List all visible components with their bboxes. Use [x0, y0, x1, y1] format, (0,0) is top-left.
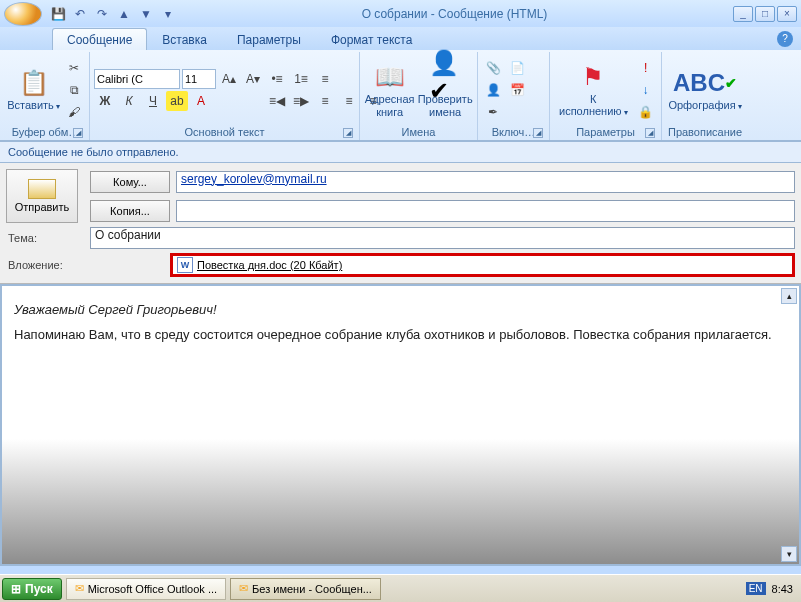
group-followup: ⚑ К исполнению▾ ! ↓ 🔒 Параметры◢ [550, 52, 662, 140]
attach-file-icon[interactable]: 📎 [482, 58, 504, 78]
cc-field[interactable] [176, 200, 795, 222]
group-proofing: ABC✔ Орфография▾ Правописание [662, 52, 748, 140]
spelling-button[interactable]: ABC✔ Орфография▾ [666, 64, 744, 115]
decrease-indent-icon[interactable]: ≡◀ [266, 91, 288, 111]
taskbar-item-message[interactable]: ✉Без имени - Сообщен... [230, 578, 381, 600]
group-clipboard-label: Буфер обм…◢ [6, 125, 85, 140]
calendar-icon[interactable]: 📅 [506, 80, 528, 100]
check-names-icon: 👤✔ [429, 61, 461, 93]
format-painter-icon[interactable]: 🖌 [63, 102, 85, 122]
spelling-label: Орфография [668, 99, 735, 111]
clipboard-icon: 📋 [18, 67, 50, 99]
high-importance-icon[interactable]: ! [635, 58, 657, 78]
ribbon-tabs: Сообщение Вставка Параметры Формат текст… [0, 27, 801, 50]
next-item-icon[interactable]: ▼ [138, 6, 154, 22]
envelope-icon [28, 179, 56, 199]
group-basictext-label: Основной текст◢ [94, 125, 355, 140]
prev-item-icon[interactable]: ▲ [116, 6, 132, 22]
tab-message[interactable]: Сообщение [52, 28, 147, 50]
send-button[interactable]: Отправить [6, 169, 78, 223]
taskbar: ⊞Пуск ✉Microsoft Office Outlook ... ✉Без… [0, 574, 801, 602]
italic-icon[interactable]: К [118, 91, 140, 111]
bullets-icon[interactable]: •≡ [266, 69, 288, 89]
subject-label: Тема: [6, 232, 84, 244]
follow-up-button[interactable]: ⚑ К исполнению▾ [554, 58, 633, 121]
cc-button[interactable]: Копия... [90, 200, 170, 222]
message-header: Отправить Кому... sergey_korolev@mymail.… [0, 163, 801, 284]
to-button[interactable]: Кому... [90, 171, 170, 193]
follow-up-label: К исполнению [559, 93, 622, 117]
group-include: 📎 📄 👤 📅 ✒ Включ…◢ [478, 52, 550, 140]
body-paragraph: Напоминаю Вам, что в среду состоится оче… [14, 327, 787, 342]
group-clipboard: 📋 Вставить▾ ✂ ⧉ 🖌 Буфер обм…◢ [2, 52, 90, 140]
group-basictext: A▴ A▾ Ж К Ч ab A •≡ 1≡ ≡ ≡◀ [90, 52, 360, 140]
start-button[interactable]: ⊞Пуск [2, 578, 62, 600]
cut-icon[interactable]: ✂ [63, 58, 85, 78]
basictext-dialog-launcher[interactable]: ◢ [343, 128, 353, 138]
business-card-icon[interactable]: 👤 [482, 80, 504, 100]
send-label: Отправить [15, 201, 70, 213]
undo-icon[interactable]: ↶ [72, 6, 88, 22]
attach-item-icon[interactable]: 📄 [506, 58, 528, 78]
permissions-icon[interactable]: 🔒 [635, 102, 657, 122]
redo-icon[interactable]: ↷ [94, 6, 110, 22]
grow-font-icon[interactable]: A▴ [218, 69, 240, 89]
start-label: Пуск [25, 582, 53, 596]
group-followup-label: Параметры◢ [554, 125, 657, 140]
address-book-button[interactable]: 📖 Адресная книга [364, 58, 415, 120]
word-doc-icon: W [177, 257, 193, 273]
align-center-icon[interactable]: ≡ [338, 91, 360, 111]
check-names-button[interactable]: 👤✔ Проверить имена [417, 58, 473, 120]
attachment-box[interactable]: W Повестка дня.doc (20 Кбайт) [170, 253, 795, 277]
tab-insert[interactable]: Вставка [147, 28, 222, 50]
system-tray: EN 8:43 [746, 582, 799, 595]
address-book-label: Адресная книга [365, 93, 415, 117]
attachment-label: Вложение: [6, 259, 164, 271]
language-indicator[interactable]: EN [746, 582, 766, 595]
scroll-up-icon[interactable]: ▴ [781, 288, 797, 304]
windows-logo-icon: ⊞ [11, 582, 21, 596]
tab-format[interactable]: Формат текста [316, 28, 427, 50]
copy-icon[interactable]: ⧉ [63, 80, 85, 100]
tab-options[interactable]: Параметры [222, 28, 316, 50]
highlight-icon[interactable]: ab [166, 91, 188, 111]
scroll-down-icon[interactable]: ▾ [781, 546, 797, 562]
check-names-label: Проверить имена [418, 93, 473, 117]
subject-field[interactable]: О собрании [90, 227, 795, 249]
outlook-icon: ✉ [75, 582, 84, 595]
bold-icon[interactable]: Ж [94, 91, 116, 111]
align-left-icon[interactable]: ≡ [314, 91, 336, 111]
title-bar: 💾 ↶ ↷ ▲ ▼ ▾ О собрании - Сообщение (HTML… [0, 0, 801, 27]
group-include-label: Включ…◢ [482, 125, 545, 140]
clock: 8:43 [772, 583, 793, 595]
to-field[interactable]: sergey_korolev@mymail.ru [176, 171, 795, 193]
include-dialog-launcher[interactable]: ◢ [533, 128, 543, 138]
help-icon[interactable]: ? [777, 31, 793, 47]
signature-icon[interactable]: ✒ [482, 102, 504, 122]
office-button[interactable] [4, 2, 42, 26]
save-icon[interactable]: 💾 [50, 6, 66, 22]
multilevel-icon[interactable]: ≡ [314, 69, 336, 89]
options-dialog-launcher[interactable]: ◢ [645, 128, 655, 138]
close-button[interactable]: × [777, 6, 797, 22]
font-size-select[interactable] [182, 69, 216, 89]
low-importance-icon[interactable]: ↓ [635, 80, 657, 100]
minimize-button[interactable]: _ [733, 6, 753, 22]
attachment-name: Повестка дня.doc (20 Кбайт) [197, 259, 342, 271]
taskbar-item-outlook[interactable]: ✉Microsoft Office Outlook ... [66, 578, 226, 600]
numbering-icon[interactable]: 1≡ [290, 69, 312, 89]
maximize-button[interactable]: □ [755, 6, 775, 22]
message-body[interactable]: Уважаемый Сергей Григорьевич! Напоминаю … [0, 284, 801, 566]
font-name-select[interactable] [94, 69, 180, 89]
qat-customize-icon[interactable]: ▾ [160, 6, 176, 22]
ribbon: 📋 Вставить▾ ✂ ⧉ 🖌 Буфер обм…◢ A▴ A▾ [0, 50, 801, 141]
group-proofing-label: Правописание [666, 125, 744, 140]
clipboard-dialog-launcher[interactable]: ◢ [73, 128, 83, 138]
increase-indent-icon[interactable]: ≡▶ [290, 91, 312, 111]
quick-access-toolbar: 💾 ↶ ↷ ▲ ▼ ▾ [50, 6, 176, 22]
shrink-font-icon[interactable]: A▾ [242, 69, 264, 89]
font-color-icon[interactable]: A [190, 91, 212, 111]
underline-icon[interactable]: Ч [142, 91, 164, 111]
paste-button[interactable]: 📋 Вставить▾ [6, 64, 61, 115]
address-book-icon: 📖 [374, 61, 406, 93]
